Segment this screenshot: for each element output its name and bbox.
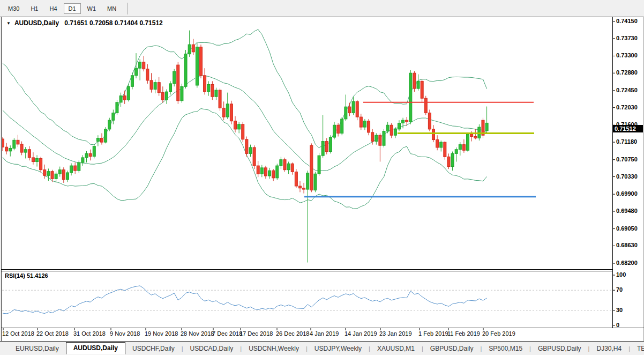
toolbar-separator	[127, 3, 128, 14]
chart-dropdown-icon[interactable]: ▼	[6, 21, 11, 26]
price-axis-label: 0.68200	[616, 260, 638, 266]
timeframe-toolbar: M30H1H4D1W1MN	[0, 0, 644, 17]
candles	[2, 31, 489, 263]
price-axis-label: 0.71180	[616, 138, 637, 145]
tab-usdjpy-weekly[interactable]: USDJPY,Weekly	[308, 343, 369, 354]
date-axis-label: 31 Oct 2018	[73, 330, 106, 337]
timeframe-button-h4[interactable]: H4	[44, 3, 62, 14]
date-axis-label: 22 Oct 2018	[36, 330, 69, 337]
timeframe-button-d1[interactable]: D1	[64, 3, 81, 14]
tab-usdcnh-weekly[interactable]: USDCNH,Weekly	[242, 343, 306, 354]
price-axis-label: 0.68630	[616, 242, 638, 248]
tab-sp500-m15[interactable]: SP500,M15	[482, 343, 529, 354]
price-axis-label: 0.69900	[616, 190, 638, 197]
date-axis-label: 1 Feb 2019	[418, 330, 448, 337]
chart-title-symbol: AUDUSD,Daily	[14, 19, 59, 27]
price-axis-label: 0.69480	[616, 208, 638, 214]
date-axis-label: 23 Jan 2019	[379, 330, 412, 337]
date-axis-label: 4 Jan 2019	[310, 330, 339, 337]
date-axis-label: 12 Oct 2018	[2, 330, 34, 337]
price-axis-label: 0.72030	[616, 104, 638, 110]
price-axis-label: 0.73730	[616, 35, 638, 41]
price-axis-label: 0.72880	[616, 69, 638, 76]
price-axis-label: 0.72450	[616, 87, 638, 93]
timeframe-button-mn[interactable]: MN	[102, 3, 121, 14]
tab-audusd-daily[interactable]: AUDUSD,Daily	[66, 342, 125, 354]
date-axis-label: 7 Dec 2018	[212, 330, 242, 337]
rsi-axis-label: 100	[616, 271, 626, 278]
current-price-tag: 0.71512	[613, 125, 643, 132]
date-axis-label: 20 Feb 2019	[482, 330, 515, 337]
chart-title-ohlc: 0.71651 0.72058 0.71404 0.71512	[64, 19, 163, 27]
tab-usdcad-daily[interactable]: USDCAD,Daily	[183, 343, 241, 354]
price-axis-label: 0.69050	[616, 225, 638, 232]
tab-xauusd-m1[interactable]: XAUUSD,M1	[370, 343, 422, 354]
mt4-window: M30H1H4D1W1MN ▼ AUDUSD,Daily 0.71651 0.7…	[0, 0, 644, 355]
rsi-axis-label: 30	[616, 307, 623, 313]
tab-dj30-h4[interactable]: DJ30,H4	[589, 343, 628, 354]
date-axis-label: 26 Dec 2018	[276, 330, 309, 337]
rsi-axis-label: 70	[616, 286, 623, 293]
chart-tab-bar: EURUSD,DailyAUDUSD,DailyUSDCHF,Daily|USD…	[0, 342, 644, 355]
tab-tech10[interactable]: TECH10	[630, 343, 644, 354]
timeframe-button-w1[interactable]: W1	[83, 3, 101, 14]
date-axis-label: 19 Nov 2018	[145, 330, 178, 337]
price-axis-label: 0.73300	[616, 52, 638, 58]
bollinger-bands	[3, 29, 487, 209]
price-axis-label: 0.70750	[616, 156, 638, 162]
date-axis-label: 28 Nov 2018	[181, 330, 214, 337]
timeframe-button-h1[interactable]: H1	[26, 3, 43, 14]
tab-gbpusd-daily[interactable]: GBPUSD,Daily	[531, 343, 588, 354]
date-axis-label: 17 Dec 2018	[239, 330, 273, 337]
tab-eurusd-daily[interactable]: EURUSD,Daily	[9, 343, 66, 354]
rsi-axis-label: 0	[616, 322, 619, 328]
bollinger-lower-band	[3, 109, 487, 209]
chart-canvas[interactable]	[0, 0, 644, 355]
chart-title: ▼ AUDUSD,Daily 0.71651 0.72058 0.71404 0…	[6, 19, 163, 27]
timeframe-button-m30[interactable]: M30	[3, 3, 24, 14]
price-axis-label: 0.70330	[616, 173, 638, 180]
tab-gbpusd-daily[interactable]: GBPUSD,Daily	[423, 343, 481, 354]
date-axis-label: 9 Nov 2018	[110, 330, 140, 337]
date-axis-label: 14 Jan 2019	[345, 330, 377, 337]
date-axis-label: 11 Feb 2019	[447, 330, 480, 337]
tab-usdchf-daily[interactable]: USDCHF,Daily	[125, 343, 182, 354]
rsi-indicator-label: RSI(14) 51.4126	[5, 272, 48, 279]
price-axis-label: 0.74150	[616, 18, 638, 24]
